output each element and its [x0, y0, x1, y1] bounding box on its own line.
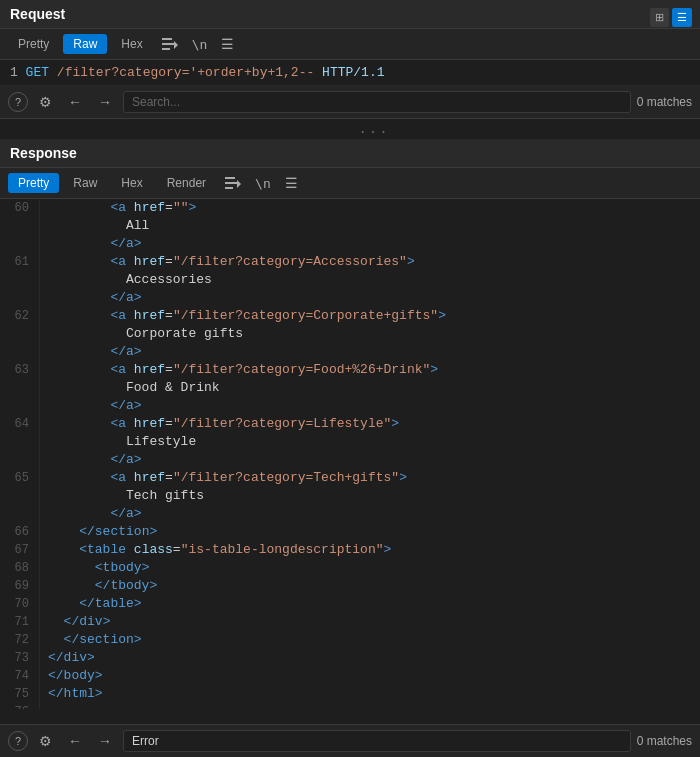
- svg-marker-3: [174, 41, 178, 49]
- top-right-controls: ⊞ ☰: [650, 8, 692, 27]
- line-content: </tbody>: [40, 577, 165, 595]
- line-content: </div>: [40, 613, 118, 631]
- response-title: Response: [10, 145, 77, 161]
- response-menu-icon[interactable]: ☰: [280, 173, 303, 193]
- code-line: </a>: [0, 397, 700, 415]
- line-content: </section>: [40, 631, 150, 649]
- line-content: <tbody>: [40, 559, 157, 577]
- request-help-icon[interactable]: ?: [8, 92, 28, 112]
- code-line: 65 <a href="/filter?category=Tech+gifts"…: [0, 469, 700, 487]
- code-line: </a>: [0, 451, 700, 469]
- response-tab-pretty[interactable]: Pretty: [8, 173, 59, 193]
- line-number: 76: [0, 703, 40, 709]
- code-line: 70 </table>: [0, 595, 700, 613]
- line-content: Tech gifts: [40, 487, 212, 505]
- line-content: </html>: [40, 685, 111, 703]
- code-line: </a>: [0, 235, 700, 253]
- bottom-back-icon[interactable]: ←: [63, 731, 87, 751]
- grid-view-button[interactable]: ⊞: [650, 8, 669, 27]
- response-tab-render[interactable]: Render: [157, 173, 216, 193]
- ellipsis-row: ...: [0, 119, 700, 139]
- code-line: 69 </tbody>: [0, 577, 700, 595]
- request-newline-icon[interactable]: \n: [187, 35, 213, 54]
- request-forward-icon[interactable]: →: [93, 92, 117, 112]
- response-header: Response: [0, 139, 700, 168]
- line-number: 74: [0, 667, 40, 685]
- request-tab-hex[interactable]: Hex: [111, 34, 152, 54]
- line-number: 70: [0, 595, 40, 613]
- code-line: 66 </section>: [0, 523, 700, 541]
- code-line: 62 <a href="/filter?category=Corporate+g…: [0, 307, 700, 325]
- code-line: </a>: [0, 343, 700, 361]
- list-view-button[interactable]: ☰: [672, 8, 692, 27]
- svg-rect-2: [162, 48, 170, 50]
- code-line: Lifestyle: [0, 433, 700, 451]
- line-number: 72: [0, 631, 40, 649]
- request-tab-pretty[interactable]: Pretty: [8, 34, 59, 54]
- line-content: </a>: [40, 505, 150, 523]
- code-line: 74</body>: [0, 667, 700, 685]
- svg-rect-6: [225, 187, 233, 189]
- code-line: 71 </div>: [0, 613, 700, 631]
- line-content: </a>: [40, 451, 150, 469]
- code-line: 73</div>: [0, 649, 700, 667]
- code-line: 67 <table class="is-table-longdescriptio…: [0, 541, 700, 559]
- request-filter-icon[interactable]: [157, 35, 183, 53]
- response-tab-hex[interactable]: Hex: [111, 173, 152, 193]
- line-number: 69: [0, 577, 40, 595]
- code-line: 72 </section>: [0, 631, 700, 649]
- line-number: [0, 289, 40, 307]
- line-content: All: [40, 217, 157, 235]
- line-content: <a href="">: [40, 199, 204, 217]
- code-line: 60 <a href="">: [0, 199, 700, 217]
- line-content: </a>: [40, 343, 150, 361]
- line-number: [0, 487, 40, 505]
- line-content: <a href="/filter?category=Food+%26+Drink…: [40, 361, 446, 379]
- bottom-bar: ? ⚙ ← → 0 matches: [0, 724, 700, 757]
- line-content: <a href="/filter?category=Corporate+gift…: [40, 307, 454, 325]
- line-number: [0, 397, 40, 415]
- response-tab-raw[interactable]: Raw: [63, 173, 107, 193]
- code-line: Accessories: [0, 271, 700, 289]
- line-content: </a>: [40, 289, 150, 307]
- request-line: 1 GET /filter?category='+order+by+1,2-- …: [0, 60, 700, 86]
- line-number: [0, 343, 40, 361]
- request-title: Request: [10, 6, 65, 22]
- bottom-search-input[interactable]: [123, 730, 631, 752]
- svg-rect-0: [162, 38, 172, 40]
- code-line: 68 <tbody>: [0, 559, 700, 577]
- code-line: Food & Drink: [0, 379, 700, 397]
- request-menu-icon[interactable]: ☰: [216, 34, 239, 54]
- line-content: </section>: [40, 523, 165, 541]
- bottom-forward-icon[interactable]: →: [93, 731, 117, 751]
- request-search-input[interactable]: [123, 91, 631, 113]
- line-content: </div>: [40, 649, 103, 667]
- line-number: 64: [0, 415, 40, 433]
- line-content: </table>: [40, 595, 150, 613]
- request-tab-raw[interactable]: Raw: [63, 34, 107, 54]
- line-content: </a>: [40, 397, 150, 415]
- request-search-bar: ? ⚙ ← → 0 matches: [0, 86, 700, 119]
- bottom-settings-icon[interactable]: ⚙: [34, 731, 57, 751]
- request-match-count: 0 matches: [637, 95, 692, 109]
- response-newline-icon[interactable]: \n: [250, 174, 276, 193]
- code-line: Tech gifts: [0, 487, 700, 505]
- svg-marker-7: [237, 180, 241, 188]
- line-number: 66: [0, 523, 40, 541]
- line-number: [0, 271, 40, 289]
- line-number: [0, 379, 40, 397]
- code-line: All: [0, 217, 700, 235]
- line-number: 65: [0, 469, 40, 487]
- line-content: Lifestyle: [40, 433, 204, 451]
- code-line: </a>: [0, 289, 700, 307]
- request-settings-icon[interactable]: ⚙: [34, 92, 57, 112]
- bottom-help-icon[interactable]: ?: [8, 731, 28, 751]
- code-line: 61 <a href="/filter?category=Accessories…: [0, 253, 700, 271]
- response-code-area[interactable]: 60 <a href=""> All </a>61 <a href="/filt…: [0, 199, 700, 709]
- line-number: 63: [0, 361, 40, 379]
- response-filter-icon[interactable]: [220, 174, 246, 192]
- response-toolbar: Pretty Raw Hex Render \n ☰: [0, 168, 700, 199]
- request-back-icon[interactable]: ←: [63, 92, 87, 112]
- line-number: 73: [0, 649, 40, 667]
- line-number: 67: [0, 541, 40, 559]
